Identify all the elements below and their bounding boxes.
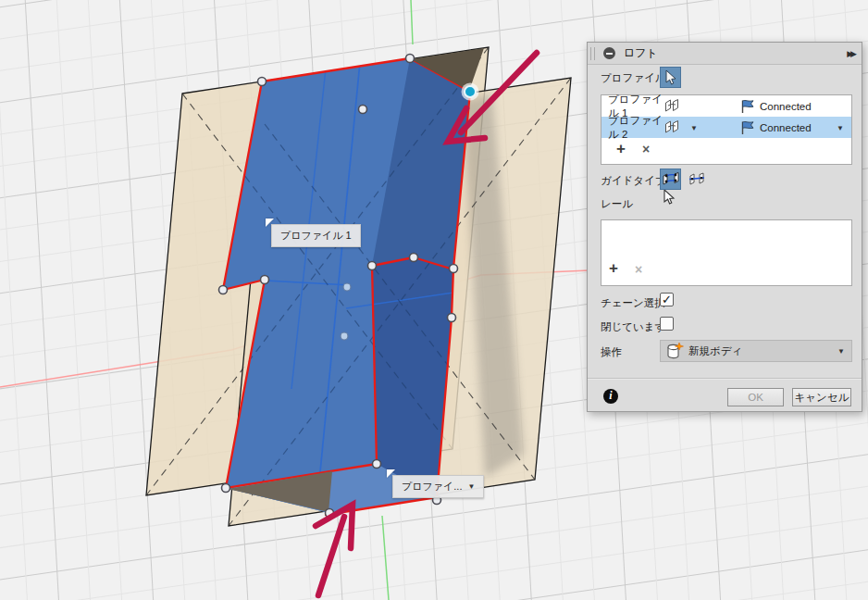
arrow-bottom <box>316 505 353 595</box>
chevron-down-icon[interactable]: ▼ <box>467 482 475 491</box>
fusion-viewport: プロファイル 1 プロファイ... ▼ ロフト ▶▶ プロファイル プロファイル… <box>0 0 868 600</box>
viewport-label-profile2-text: プロファイ... <box>402 480 462 494</box>
viewport-label-profile2[interactable]: プロファイ... ▼ <box>392 475 484 498</box>
cursor-arrow-icon <box>664 70 677 85</box>
info-icon[interactable]: i <box>603 389 618 404</box>
rails-guide-icon <box>663 171 679 187</box>
profile-row-2[interactable]: プロファイル 2 ▼ Connected ▼ <box>601 117 851 138</box>
profile-select-button[interactable] <box>660 67 681 88</box>
profile-icon <box>664 98 680 114</box>
profile-row-2-name: プロファイル 2 <box>608 114 665 142</box>
profile-icon <box>664 119 680 135</box>
profile-row-2-type-dropdown-icon[interactable]: ▼ <box>690 124 698 132</box>
connected-flag-icon <box>740 120 756 135</box>
new-body-icon <box>665 343 684 360</box>
closed-label: 閉じています <box>601 320 665 334</box>
operation-dropdown[interactable]: 新規ボディ ▼ <box>660 340 852 362</box>
profile-row-2-continuity-dropdown-icon[interactable]: ▼ <box>837 124 844 132</box>
remove-rail-button: × <box>635 262 642 277</box>
remove-profile-button[interactable]: × <box>642 142 650 156</box>
profiles-addrow: + × <box>601 138 851 164</box>
profiles-list: プロファイル 1 Connected プロファイル 2 <box>601 94 852 165</box>
add-profile-button[interactable]: + <box>616 140 626 158</box>
operation-label: 操作 <box>601 345 622 359</box>
rails-label: レール <box>601 197 633 211</box>
viewport-label-profile1-text: プロファイル 1 <box>280 229 352 243</box>
profiles-label: プロファイル <box>601 71 666 85</box>
dialog-title: ロフト <box>624 45 658 61</box>
profile-row-2-status: Connected <box>760 122 812 133</box>
rail-select-cursor-icon[interactable] <box>663 190 676 206</box>
dialog-titlebar[interactable]: ロフト ▶▶ <box>588 43 862 65</box>
selected-point[interactable] <box>462 83 479 101</box>
cancel-button[interactable]: キャンセル <box>792 388 851 406</box>
connected-flag-icon <box>740 99 756 114</box>
profile-row-1-status: Connected <box>760 101 812 112</box>
y-axis-line-top <box>411 0 413 44</box>
centerline-guide-icon <box>688 171 705 187</box>
loft-dialog: ロフト ▶▶ プロファイル プロファイル 1 Con <box>587 42 862 412</box>
footer-separator <box>588 378 862 380</box>
operation-value: 新規ボディ <box>688 344 742 358</box>
chain-selection-checkbox[interactable]: ✓ <box>660 293 674 306</box>
closed-checkbox[interactable] <box>660 317 674 331</box>
guide-type-label: ガイドタイプ <box>601 174 666 188</box>
chevron-down-icon: ▼ <box>837 347 845 356</box>
viewport-label-profile1[interactable]: プロファイル 1 <box>271 224 361 247</box>
rails-list[interactable]: + × <box>601 219 852 286</box>
label-pointer <box>387 469 395 478</box>
label-pointer <box>266 219 274 227</box>
check-icon: ✓ <box>662 293 672 306</box>
ok-button[interactable]: OK <box>727 388 784 406</box>
add-rail-button[interactable]: + <box>609 259 618 278</box>
chain-selection-label: チェーン選択 <box>601 296 665 310</box>
info-letter: i <box>609 389 612 402</box>
guide-type-rails-button[interactable] <box>660 169 681 190</box>
drag-grip-icon[interactable] <box>590 47 595 60</box>
expand-panel-icon[interactable]: ▶▶ <box>847 49 854 58</box>
collapse-circle-icon[interactable] <box>603 47 615 59</box>
guide-type-centerline-button[interactable] <box>686 169 707 190</box>
